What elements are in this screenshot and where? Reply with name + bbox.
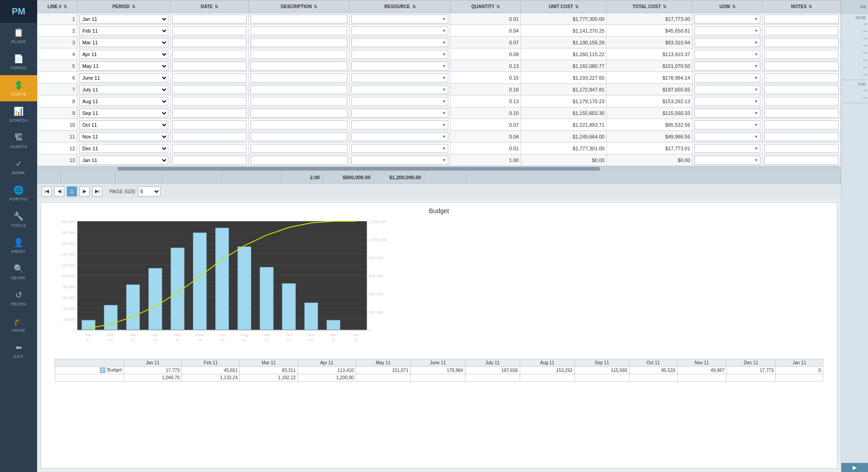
cell-notes-1[interactable] <box>763 25 841 37</box>
uom-dropdown-arrow-7[interactable]: ▼ <box>754 99 759 104</box>
cell-period-5[interactable]: June 11 <box>77 72 170 84</box>
notes-input-1[interactable] <box>764 26 839 35</box>
notes-input-6[interactable] <box>764 85 839 94</box>
resource-dropdown-arrow-8[interactable]: ▼ <box>442 111 446 115</box>
dots-icon-2[interactable]: ··· <box>863 27 867 34</box>
cell-desc-11[interactable] <box>248 143 349 154</box>
resource-dropdown-arrow-11[interactable]: ▼ <box>442 146 446 151</box>
dots-icon-10[interactable]: ··· <box>863 94 867 101</box>
sort-uom-icon[interactable]: ⇅ <box>732 4 735 9</box>
desc-input-12[interactable] <box>251 156 347 165</box>
uom-dropdown-4[interactable]: ▼ <box>694 62 761 71</box>
period-select-6[interactable]: July 11 <box>79 85 168 94</box>
cell-uom-6[interactable]: ▼ <box>692 84 763 95</box>
date-input-4[interactable] <box>172 62 247 71</box>
cell-date-1[interactable] <box>171 25 249 37</box>
sidebar-item-search[interactable]: 🔍 SEARC <box>0 259 37 285</box>
cell-uom-11[interactable]: ▼ <box>692 143 763 154</box>
resource-dropdown-2[interactable]: ▼ <box>351 38 448 47</box>
date-input-8[interactable] <box>172 109 247 118</box>
resource-dropdown-12[interactable]: ▼ <box>351 156 448 165</box>
cell-desc-6[interactable] <box>248 84 349 95</box>
cell-date-10[interactable] <box>171 131 249 143</box>
uom-dropdown-8[interactable]: ▼ <box>694 109 761 118</box>
resource-dropdown-1[interactable]: ▼ <box>351 26 448 35</box>
rp-dots-4[interactable]: ··· <box>842 42 867 49</box>
sort-line-icon[interactable]: ⇅ <box>63 4 67 9</box>
sidebar-item-profile[interactable]: 👤 PROFI <box>0 233 37 259</box>
cell-uom-4[interactable]: ▼ <box>692 60 763 72</box>
period-select-7[interactable]: Aug 11 <box>79 97 168 106</box>
desc-input-5[interactable] <box>251 73 347 82</box>
cell-notes-6[interactable] <box>763 84 841 95</box>
period-select-2[interactable]: Mar 11 <box>79 38 168 47</box>
rp-dots-10[interactable]: ··· <box>842 94 867 101</box>
cell-notes-9[interactable] <box>763 119 841 131</box>
rp-dots-2[interactable]: ··· <box>842 27 867 34</box>
col-header-resource[interactable]: RESOURCE ⇅ <box>350 0 451 13</box>
cell-notes-2[interactable] <box>763 37 841 48</box>
rp-dots-7[interactable]: ··· <box>842 63 867 71</box>
uom-dropdown-arrow-12[interactable]: ▼ <box>754 158 759 162</box>
cell-resource-2[interactable]: ▼ <box>350 37 451 48</box>
cell-resource-1[interactable]: ▼ <box>350 25 451 37</box>
prev-page-button[interactable]: ◀ <box>54 186 64 196</box>
sidebar-item-university[interactable]: 🎓 UNIVE <box>0 311 37 338</box>
cell-uom-10[interactable]: ▼ <box>692 131 763 143</box>
cell-uom-1[interactable]: ▼ <box>692 25 763 37</box>
sort-period-icon[interactable]: ⇅ <box>132 4 135 9</box>
notes-input-0[interactable] <box>764 14 839 24</box>
cell-notes-4[interactable] <box>763 60 841 72</box>
cell-desc-3[interactable] <box>248 48 349 60</box>
notes-input-10[interactable] <box>764 132 839 141</box>
uom-dropdown-2[interactable]: ▼ <box>694 38 761 47</box>
dots-icon-9[interactable]: ··· <box>863 86 867 94</box>
cell-date-8[interactable] <box>171 107 249 119</box>
cell-uom-5[interactable]: ▼ <box>692 72 763 84</box>
period-select-0[interactable]: Jan 11 <box>79 14 168 24</box>
resource-dropdown-arrow-9[interactable]: ▼ <box>442 123 446 127</box>
resource-dropdown-8[interactable]: ▼ <box>351 109 448 118</box>
col-header-notes[interactable]: NOTES ⇅ <box>763 0 841 13</box>
cell-resource-3[interactable]: ▼ <box>350 48 451 60</box>
sidebar-item-forms[interactable]: 📄 FORMS <box>0 49 37 75</box>
dots-icon-3[interactable]: ··· <box>863 34 867 42</box>
desc-input-1[interactable] <box>251 26 347 35</box>
first-page-button[interactable]: |◀ <box>42 186 52 196</box>
sidebar-item-work[interactable]: ✓ WORK <box>0 154 37 180</box>
dots-icon-5[interactable]: ··· <box>863 49 867 56</box>
resource-dropdown-3[interactable]: ▼ <box>351 50 448 59</box>
sort-notes-icon[interactable]: ⇅ <box>808 4 812 9</box>
col-header-unitcost[interactable]: UNIT COST ⇅ <box>521 0 606 13</box>
current-page-button[interactable]: 1 <box>67 186 77 196</box>
date-input-5[interactable] <box>172 73 247 82</box>
cell-uom-12[interactable]: ▼ <box>692 154 763 166</box>
resource-dropdown-4[interactable]: ▼ <box>351 62 448 71</box>
cell-resource-10[interactable]: ▼ <box>350 131 451 143</box>
uom-dropdown-12[interactable]: ▼ <box>694 156 761 165</box>
cell-notes-7[interactable] <box>763 95 841 107</box>
cell-desc-8[interactable] <box>248 107 349 119</box>
cell-desc-4[interactable] <box>248 60 349 72</box>
cell-uom-2[interactable]: ▼ <box>692 37 763 48</box>
notes-input-3[interactable] <box>764 50 839 59</box>
next-page-button[interactable]: ▶ <box>80 186 90 196</box>
cell-date-5[interactable] <box>171 72 249 84</box>
right-panel-expand-button[interactable]: ▶ <box>841 463 868 472</box>
sidebar-item-exit[interactable]: ⬅ EXIT <box>0 338 37 364</box>
period-select-8[interactable]: Sep 11 <box>79 109 168 118</box>
date-input-12[interactable] <box>172 156 247 165</box>
date-input-2[interactable] <box>172 38 247 47</box>
resource-dropdown-arrow-2[interactable]: ▼ <box>442 40 446 45</box>
cell-period-0[interactable]: Jan 11 <box>77 13 170 25</box>
cell-date-11[interactable] <box>171 143 249 154</box>
sort-totalcost-icon[interactable]: ⇅ <box>663 4 666 9</box>
cell-period-10[interactable]: Nov 11 <box>77 131 170 143</box>
scrollbar-thumb[interactable] <box>118 167 600 171</box>
cell-notes-0[interactable] <box>763 13 841 25</box>
uom-dropdown-arrow-10[interactable]: ▼ <box>754 134 759 139</box>
date-input-11[interactable] <box>172 144 247 153</box>
cell-period-2[interactable]: Mar 11 <box>77 37 170 48</box>
sidebar-item-costs[interactable]: 💲 COSTS <box>0 75 37 101</box>
sort-resource-icon[interactable]: ⇅ <box>412 4 416 9</box>
